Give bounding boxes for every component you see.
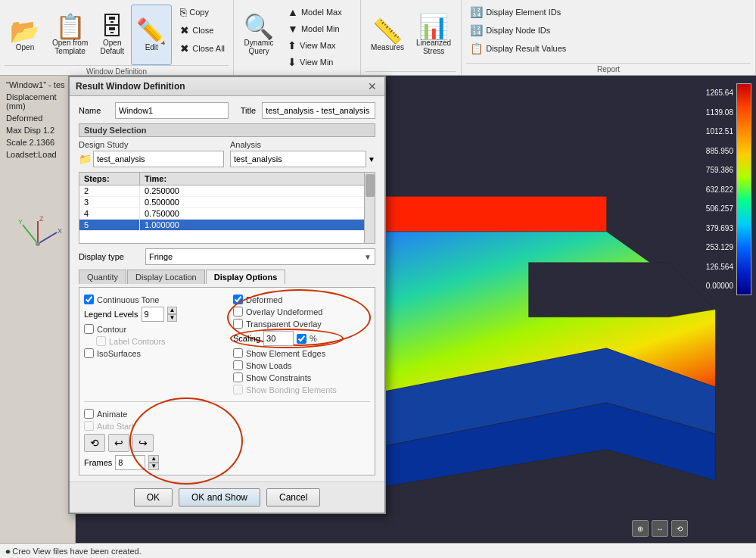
frames-input[interactable] <box>115 455 145 470</box>
isosurfaces-row: IsoSurfaces <box>84 348 221 358</box>
scaling-input[interactable] <box>263 331 294 346</box>
options-grid: Continuous Tone Legend Levels ▲ ▼ <box>84 292 370 397</box>
ribbon-group-query: 🔍 Dynamic Query ▲ Model Max ▼ Model Min … <box>234 0 361 75</box>
display-type-label: Display type <box>79 252 139 261</box>
steps-table-wrapper: Steps: Time: 2 0.250000 3 0.500000 4 0.7… <box>79 172 375 244</box>
view-btn-3[interactable]: ⟲ <box>671 520 688 537</box>
table-row[interactable]: 2 0.250000 <box>79 185 375 197</box>
show-bonding-elements-row: Show Bonding Elements <box>233 385 370 394</box>
open-template-icon: 📋 <box>55 14 86 39</box>
view-max-button[interactable]: ⬆ View Max <box>284 38 356 53</box>
study-selection-header: Study Selection <box>79 123 375 137</box>
design-study-input[interactable] <box>93 151 224 167</box>
overlay-undeformed-checkbox[interactable] <box>233 307 243 316</box>
colorbar-val-5: 632.822 <box>706 180 733 199</box>
dynamic-query-button[interactable]: 🔍 Dynamic Query <box>238 5 279 65</box>
anim-prev-button[interactable]: ↩ <box>108 434 129 452</box>
ok-button[interactable]: OK <box>134 488 173 507</box>
linearized-stress-button[interactable]: 📊 Linearized Stress <box>411 5 456 65</box>
open-template-button[interactable]: 📋 Open from Template <box>47 5 93 65</box>
colorbar-val-2: 1012.51 <box>706 122 733 141</box>
legend-levels-label: Legend Levels <box>84 310 138 319</box>
show-element-edges-row: Show Element Edges <box>233 348 370 358</box>
show-loads-checkbox[interactable] <box>233 360 243 370</box>
table-row[interactable]: 4 0.750000 <box>79 208 375 220</box>
edit-button[interactable]: ✏️ Edit <box>131 5 172 65</box>
steps-col-header: Steps: <box>79 173 140 185</box>
close-icon: ✖ <box>180 24 189 36</box>
open-icon: 📂 <box>10 19 40 43</box>
display-type-select[interactable]: Fringe ▼ <box>145 248 375 265</box>
model-min-icon: ▼ <box>288 23 298 35</box>
transparent-overlay-row: Transparent Overlay <box>233 319 370 329</box>
close-all-button[interactable]: ✖ Close All <box>176 41 229 56</box>
animate-row: Animate <box>84 409 370 419</box>
view-btn-1[interactable]: ⊕ <box>632 520 649 537</box>
tab-display-options[interactable]: Display Options <box>206 270 286 284</box>
linearized-stress-icon: 📊 <box>418 14 449 39</box>
measures-button[interactable]: 📏 Measures <box>366 5 409 65</box>
dynamic-query-label: Dynamic Query <box>244 39 274 55</box>
svg-marker-11 <box>529 263 716 317</box>
name-input[interactable] <box>115 102 229 119</box>
model-min-button[interactable]: ▼ Model Min <box>284 21 356 36</box>
deformed-checkbox[interactable] <box>233 295 243 304</box>
cancel-button[interactable]: Cancel <box>266 488 320 507</box>
isosurfaces-checkbox[interactable] <box>84 348 94 358</box>
svg-line-0 <box>23 225 38 244</box>
frames-down-arrow[interactable]: ▼ <box>148 463 159 470</box>
scaling-container: Scaling % <box>233 331 370 346</box>
anim-rewind-button[interactable]: ⟲ <box>84 434 105 452</box>
tab-quantity[interactable]: Quantity <box>79 270 126 284</box>
legend-down-arrow[interactable]: ▼ <box>167 314 178 322</box>
show-element-edges-checkbox[interactable] <box>233 348 243 358</box>
display-node-ids-button[interactable]: 🔢 Display Node IDs <box>466 23 570 38</box>
view-min-button[interactable]: ⬇ View Min <box>284 55 356 70</box>
open-template-label: Open from Template <box>52 39 88 55</box>
title-input[interactable] <box>262 102 375 119</box>
anim-next-button[interactable]: ↪ <box>132 434 154 452</box>
view-btn-2[interactable]: ↔ <box>652 520 668 537</box>
left-panel-item-deformed: Deformed <box>3 112 72 124</box>
svg-text:Z: Z <box>39 215 44 223</box>
options-right-col: Deformed Overlay Undeformed Transparent … <box>233 292 370 397</box>
frames-up-arrow[interactable]: ▲ <box>148 455 159 463</box>
table-row-selected[interactable]: 5 1.000000 <box>79 220 375 231</box>
table-row[interactable]: 3 0.500000 <box>79 197 375 208</box>
legend-levels-spinner[interactable]: ▲ ▼ <box>167 307 178 322</box>
tab-display-location[interactable]: Display Location <box>127 270 205 284</box>
display-element-ids-button[interactable]: 🔢 Result Window Definition Display Eleme… <box>466 5 570 20</box>
open-default-button[interactable]: 🗄 Open Default <box>95 5 129 65</box>
scaling-percent-checkbox[interactable] <box>297 334 306 344</box>
ok-show-button[interactable]: OK and Show <box>179 488 260 507</box>
analysis-input[interactable] <box>230 151 366 167</box>
open-button[interactable]: 📂 Open <box>5 5 45 65</box>
transparent-overlay-checkbox[interactable] <box>233 319 243 329</box>
legend-up-arrow[interactable]: ▲ <box>167 307 178 314</box>
left-panel: "Window1" - tes Displacement(mm) Deforme… <box>0 76 76 543</box>
show-constraints-checkbox[interactable] <box>233 373 243 382</box>
legend-levels-input[interactable] <box>142 307 164 322</box>
svg-point-6 <box>36 242 40 246</box>
label-contours-checkbox <box>96 336 106 346</box>
animate-checkbox[interactable] <box>84 409 94 419</box>
display-result-values-button[interactable]: 📋 Display Result Values <box>466 41 570 56</box>
continuous-tone-checkbox[interactable] <box>84 295 94 304</box>
left-panel-item-max-disp: Max Disp 1.2 <box>3 124 72 136</box>
contour-checkbox[interactable] <box>84 324 94 334</box>
frames-spinner[interactable]: ▲ ▼ <box>148 455 159 470</box>
model-max-button[interactable]: ▲ Model Max <box>284 5 356 20</box>
table-scrollbar[interactable] <box>364 173 375 243</box>
display-node-ids-icon: 🔢 <box>470 24 483 36</box>
colorbar-val-9: 126.564 <box>706 257 733 276</box>
colorbar: 1265.64 1139.08 1012.51 885.950 759.386 … <box>695 76 756 543</box>
display-type-value: Fringe <box>149 252 173 261</box>
dialog-close-button[interactable]: ✕ <box>366 80 378 92</box>
folder-icon[interactable]: 📁 <box>79 153 92 165</box>
copy-button[interactable]: ⎘ Copy <box>176 5 229 20</box>
display-type-combo[interactable]: Fringe ▼ <box>145 248 375 265</box>
analysis-dropdown-arrow[interactable]: ▼ <box>368 155 375 164</box>
show-constraints-row: Show Constraints <box>233 373 370 382</box>
report-label: Report <box>466 63 751 73</box>
close-button[interactable]: ✖ Close <box>176 23 229 38</box>
